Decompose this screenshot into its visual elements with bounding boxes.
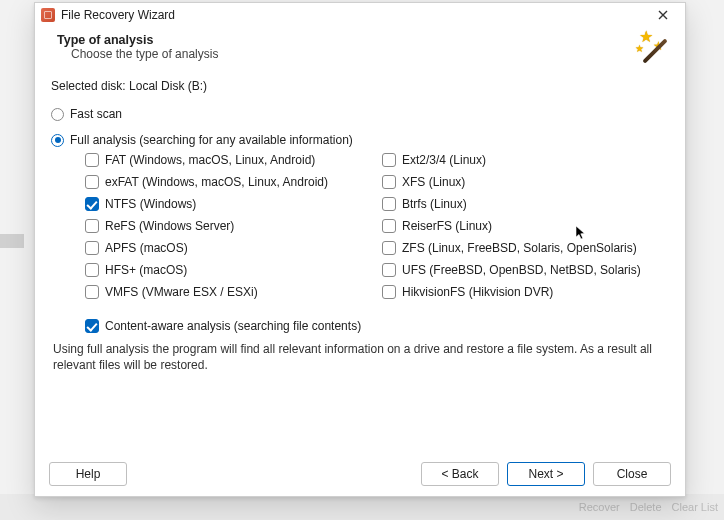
- filesystem-grid: FAT (Windows, macOS, Linux, Android)Ext2…: [85, 153, 669, 299]
- fast-scan-label: Fast scan: [70, 107, 122, 121]
- content-aware-option[interactable]: Content-aware analysis (searching file c…: [85, 319, 669, 333]
- checkbox-icon: [382, 285, 396, 299]
- page-title: Type of analysis: [57, 33, 671, 47]
- help-button[interactable]: Help: [49, 462, 127, 486]
- filesystem-label: exFAT (Windows, macOS, Linux, Android): [105, 175, 328, 189]
- checkbox-icon: [85, 319, 99, 333]
- full-analysis-option[interactable]: Full analysis (searching for any availab…: [51, 133, 669, 147]
- bg-action-bar: Recover Delete Clear List: [0, 494, 724, 520]
- titlebar: File Recovery Wizard: [35, 3, 685, 27]
- full-analysis-label: Full analysis (searching for any availab…: [70, 133, 353, 147]
- footer: Help < Back Next > Close: [35, 453, 685, 496]
- checkbox-icon: [382, 197, 396, 211]
- filesystem-label: UFS (FreeBSD, OpenBSD, NetBSD, Solaris): [402, 263, 641, 277]
- filesystem-label: ReiserFS (Linux): [402, 219, 492, 233]
- filesystem-option[interactable]: Ext2/3/4 (Linux): [382, 153, 669, 167]
- filesystem-option[interactable]: ZFS (Linux, FreeBSD, Solaris, OpenSolari…: [382, 241, 669, 255]
- filesystem-label: APFS (macOS): [105, 241, 188, 255]
- checkbox-icon: [382, 263, 396, 277]
- filesystem-option[interactable]: exFAT (Windows, macOS, Linux, Android): [85, 175, 372, 189]
- checkbox-icon: [85, 285, 99, 299]
- filesystem-option[interactable]: FAT (Windows, macOS, Linux, Android): [85, 153, 372, 167]
- filesystem-option[interactable]: HFS+ (macOS): [85, 263, 372, 277]
- next-button[interactable]: Next >: [507, 462, 585, 486]
- filesystem-option[interactable]: ReFS (Windows Server): [85, 219, 372, 233]
- filesystem-label: XFS (Linux): [402, 175, 465, 189]
- checkbox-icon: [382, 175, 396, 189]
- radio-icon: [51, 134, 64, 147]
- filesystem-option[interactable]: Btrfs (Linux): [382, 197, 669, 211]
- selected-disk-label: Selected disk: Local Disk (B:): [51, 79, 669, 93]
- content-aware-label: Content-aware analysis (searching file c…: [105, 319, 361, 333]
- checkbox-icon: [382, 219, 396, 233]
- filesystem-option[interactable]: VMFS (VMware ESX / ESXi): [85, 285, 372, 299]
- filesystem-label: HFS+ (macOS): [105, 263, 187, 277]
- close-button[interactable]: Close: [593, 462, 671, 486]
- back-button[interactable]: < Back: [421, 462, 499, 486]
- wizard-dialog: File Recovery Wizard Type of analysis Ch…: [34, 2, 686, 497]
- bg-selection-strip: [0, 234, 24, 248]
- filesystem-label: Ext2/3/4 (Linux): [402, 153, 486, 167]
- page-subtitle: Choose the type of analysis: [57, 47, 671, 61]
- checkbox-icon: [85, 197, 99, 211]
- header: Type of analysis Choose the type of anal…: [35, 27, 685, 71]
- checkbox-icon: [382, 153, 396, 167]
- filesystem-label: VMFS (VMware ESX / ESXi): [105, 285, 258, 299]
- wizard-wand-icon: ★ ★ ★: [631, 29, 671, 69]
- checkbox-icon: [382, 241, 396, 255]
- filesystem-option[interactable]: UFS (FreeBSD, OpenBSD, NetBSD, Solaris): [382, 263, 669, 277]
- filesystem-label: Btrfs (Linux): [402, 197, 467, 211]
- filesystem-label: NTFS (Windows): [105, 197, 196, 211]
- filesystem-label: ZFS (Linux, FreeBSD, Solaris, OpenSolari…: [402, 241, 637, 255]
- window-title: File Recovery Wizard: [61, 8, 649, 22]
- filesystem-option[interactable]: NTFS (Windows): [85, 197, 372, 211]
- filesystem-label: FAT (Windows, macOS, Linux, Android): [105, 153, 315, 167]
- filesystem-option[interactable]: ReiserFS (Linux): [382, 219, 669, 233]
- checkbox-icon: [85, 263, 99, 277]
- filesystem-option[interactable]: HikvisionFS (Hikvision DVR): [382, 285, 669, 299]
- radio-icon: [51, 108, 64, 121]
- filesystem-option[interactable]: APFS (macOS): [85, 241, 372, 255]
- filesystem-option[interactable]: XFS (Linux): [382, 175, 669, 189]
- checkbox-icon: [85, 153, 99, 167]
- filesystem-label: ReFS (Windows Server): [105, 219, 234, 233]
- fast-scan-option[interactable]: Fast scan: [51, 107, 669, 121]
- app-icon: [41, 8, 55, 22]
- close-icon[interactable]: [649, 5, 677, 25]
- filesystem-label: HikvisionFS (Hikvision DVR): [402, 285, 553, 299]
- checkbox-icon: [85, 219, 99, 233]
- checkbox-icon: [85, 175, 99, 189]
- analysis-note: Using full analysis the program will fin…: [53, 341, 667, 373]
- checkbox-icon: [85, 241, 99, 255]
